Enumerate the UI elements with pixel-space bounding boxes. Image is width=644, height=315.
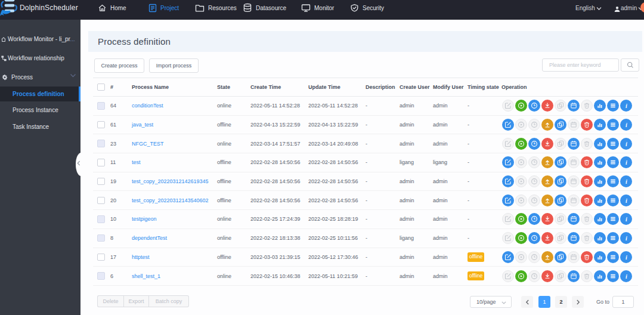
svg-text:i: i bbox=[626, 197, 627, 203]
svg-text:i: i bbox=[626, 140, 627, 147]
svg-text:i: i bbox=[626, 159, 627, 166]
svg-text:i: i bbox=[626, 216, 627, 223]
svg-text:i: i bbox=[626, 103, 627, 109]
svg-text:i: i bbox=[626, 178, 627, 185]
svg-text:i: i bbox=[626, 254, 627, 260]
svg-text:i: i bbox=[626, 235, 627, 242]
svg-text:i: i bbox=[626, 122, 627, 128]
svg-text:i: i bbox=[626, 273, 627, 279]
